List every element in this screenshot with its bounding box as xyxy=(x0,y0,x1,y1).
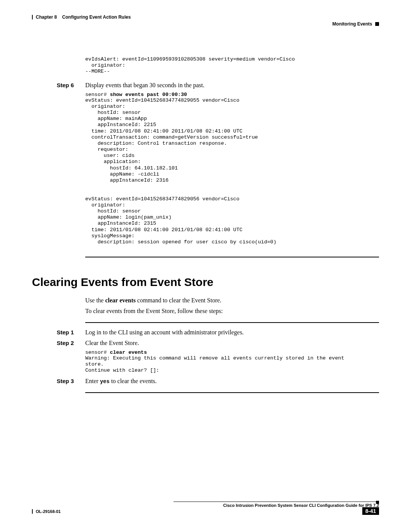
step-2-cmd: clear events xyxy=(110,350,147,355)
step-2-row: Step 2 Clear the Event Store. xyxy=(85,340,379,347)
step-6-output: evStatus: eventId=1041526834774829055 ve… xyxy=(85,97,379,246)
step-2-command: sensor# clear events xyxy=(85,350,379,355)
header-right: Monitoring Events xyxy=(332,21,379,27)
step-6-row: Step 6 Display events that began 30 seco… xyxy=(85,82,379,89)
footer-left: OL-29168-01 xyxy=(32,509,61,514)
main-content: evIdsAlert: eventId=1109695939102805308 … xyxy=(85,56,379,393)
footer-rule xyxy=(174,502,379,502)
footer-vbar-icon xyxy=(32,509,33,514)
step-6-text: Display events that began 30 seconds in … xyxy=(85,82,204,89)
step-6-command: sensor# show events past 00:00:30 xyxy=(85,92,379,97)
step-2-text: Clear the Event Store. xyxy=(85,340,139,347)
step-6-label: Step 6 xyxy=(57,82,85,89)
steps-divider-bottom xyxy=(85,392,379,393)
intro-code-block: evIdsAlert: eventId=1109695939102805308 … xyxy=(85,56,379,75)
vertical-bar-icon xyxy=(32,15,33,19)
step-3-text: Enter yes to clear the events. xyxy=(85,378,157,385)
section-divider xyxy=(85,257,379,257)
steps-divider-top xyxy=(85,322,379,323)
chapter-number: Chapter 8 xyxy=(36,14,57,20)
step-1-row: Step 1 Log in to the CLI using an accoun… xyxy=(85,329,379,336)
step-3-row: Step 3 Enter yes to clear the events. xyxy=(85,378,379,385)
intro1-pre: Use the xyxy=(85,297,105,304)
step-2-output: Warning: Executing this command will rem… xyxy=(85,355,379,374)
chapter-title: Configuring Event Action Rules xyxy=(62,14,131,20)
square-marker-icon xyxy=(375,22,379,26)
intro1-bold: clear events xyxy=(105,297,135,304)
footer-guide-title: Cisco Intrusion Prevention System Sensor… xyxy=(223,503,379,508)
step-1-text: Log in to the CLI using an account with … xyxy=(85,329,244,336)
step-2-label: Step 2 xyxy=(57,340,85,347)
page-header: Chapter 8 Configuring Event Action Rules… xyxy=(32,14,379,30)
footer-doc-number: OL-29168-01 xyxy=(36,509,61,514)
step-6-prompt: sensor# xyxy=(85,92,110,97)
step-2-prompt: sensor# xyxy=(85,350,110,355)
section2-intro1: Use the clear events command to clear th… xyxy=(85,297,379,304)
section-heading: Clearing Events from Event Store xyxy=(32,276,379,289)
step-6-cmd: show events past 00:00:30 xyxy=(110,92,187,97)
section-name: Monitoring Events xyxy=(332,21,372,27)
step-3-pre: Enter xyxy=(85,378,100,384)
section2-intro2: To clear events from the Event Store, fo… xyxy=(85,308,379,315)
step-3-cmd: yes xyxy=(100,379,110,385)
step-3-label: Step 3 xyxy=(57,378,85,385)
page-number-badge: 8-41 xyxy=(362,507,379,515)
intro1-post: command to clear the Event Store. xyxy=(136,297,221,304)
step-3-post: to clear the events. xyxy=(110,378,157,384)
step-1-label: Step 1 xyxy=(57,329,85,336)
footer-right: 8-41 xyxy=(362,508,379,514)
page-footer: Cisco Intrusion Prevention System Sensor… xyxy=(32,502,379,518)
header-left: Chapter 8 Configuring Event Action Rules xyxy=(32,14,131,20)
